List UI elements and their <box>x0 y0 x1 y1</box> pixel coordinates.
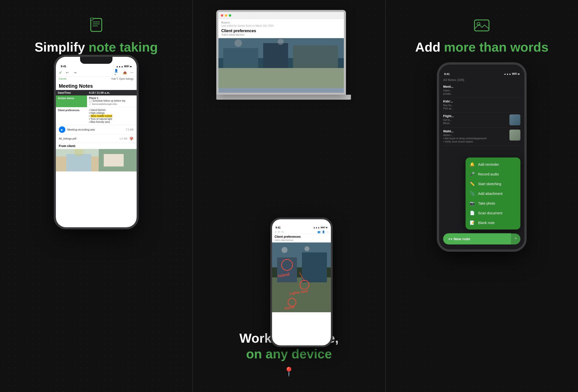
phone-2-wrapper: 9:41 ▲▲▲WiFi■ ✓ ↩ ↪ 👥 👤 ··· <box>270 218 333 347</box>
laptop-kitchen-image <box>218 38 344 88</box>
blank-note-icon: 📝 <box>470 220 475 225</box>
note-item-4: Walkt... detion i...• Ask buyer to bring… <box>443 128 520 146</box>
phone-3-wrapper: 9:41 ▲▲▲WiFi■ All Notes (105) <box>437 62 527 252</box>
laptop-mockup: Buyers Last edited by James Scott on Mar… <box>216 10 346 95</box>
laptop-base <box>216 95 351 100</box>
note-table: Date/Time 4-19 / 11:00 a.m. Action Items… <box>56 90 137 125</box>
laptop-content: Buyers Last edited by James Scott on Mar… <box>218 19 344 93</box>
audio-attachment: ▶ Meeting-recording.wav 7.5 MB <box>56 125 137 134</box>
menu-take-photo[interactable]: 📷 Take photo <box>466 198 520 208</box>
svg-rect-22 <box>277 257 297 282</box>
add-menu: 🔔 Add reminder 🎤 Record audio ✏️ Start s… <box>466 157 520 230</box>
pdf-attachment: All_listings.pdf 1.2 MB ✾ <box>56 134 137 143</box>
action-items-cell: Action Items <box>56 95 87 107</box>
svg-rect-13 <box>218 68 344 88</box>
add-person-icon: 👤+ <box>114 70 120 75</box>
paperclip-icon: 📎 <box>470 191 475 196</box>
menu-start-sketching[interactable]: ✏️ Start sketching <box>466 179 520 189</box>
svg-rect-4 <box>90 18 93 20</box>
svg-rect-7 <box>66 154 91 171</box>
panel-anywhere: Buyers Last edited by James Scott on Mar… <box>192 0 385 392</box>
new-note-bar: + + New note ^ <box>443 233 520 244</box>
svg-point-17 <box>234 39 242 47</box>
svg-rect-23 <box>302 252 327 282</box>
undo-icon: ↩ <box>65 70 70 75</box>
scan-icon: 📄 <box>470 211 475 215</box>
note-thumbnail-3 <box>509 114 520 125</box>
note-item-2: Kids'... Ray ha...Pick up... <box>443 98 520 112</box>
note-icon <box>86 15 106 35</box>
panel-more-than-words: Add more than words 9:41 ▲▲▲WiFi■ <box>385 0 578 392</box>
max-dot <box>229 14 231 17</box>
pref-label-cell: Client preferences <box>56 107 87 125</box>
plus-icon: + <box>448 237 450 241</box>
phone-mockup-3: 9:41 ▲▲▲WiFi■ All Notes (105) <box>437 62 527 252</box>
svg-point-24 <box>282 247 288 253</box>
pref-list: • Island kitchen • High ceilings • Near … <box>87 107 137 125</box>
svg-rect-21 <box>272 277 331 312</box>
svg-rect-16 <box>293 46 338 68</box>
camera-icon: 📷 <box>470 201 475 206</box>
share-icon: 📤 <box>122 70 128 75</box>
status-bar-3: 9:41 ▲▲▲WiFi■ <box>439 65 524 77</box>
svg-rect-0 <box>91 18 102 31</box>
panel-simplify: Simplify note taking 9:41 ▲▲▲ WiFi ■ <box>0 0 192 392</box>
notes-header: All Notes (105) <box>439 77 524 83</box>
pdf-icon: ✾ <box>129 136 134 142</box>
menu-add-attachment[interactable]: 📎 Add attachment <box>466 189 520 198</box>
laptop-container: Buyers Last edited by James Scott on Mar… <box>216 10 351 100</box>
checkbox-checked-icon: ✓ <box>89 103 91 105</box>
panel3-title: Add more than words <box>415 39 548 55</box>
note-table-area: Date/Time 4-19 / 11:00 a.m. Action Items… <box>56 90 137 227</box>
svg-point-25 <box>304 246 309 251</box>
breadcrumb-1: Clients Yuki T. Open listings <box>56 77 137 81</box>
note-thumbnail-4 <box>509 130 520 141</box>
toolbar-1: ✓ ↩ ↪ 👤+ 📤 ··· <box>56 69 137 77</box>
menu-add-reminder[interactable]: 🔔 Add reminder <box>466 159 520 169</box>
panel1-title: Simplify note taking <box>35 39 158 55</box>
from-client-label: From client: <box>56 143 137 149</box>
kitchen-image-annotated: Island Lights here Island <box>272 242 331 312</box>
laptop-titlebar <box>218 12 344 19</box>
task-2: ✓ Send walkthrough info. <box>89 103 135 105</box>
location-icon: 📍 <box>193 367 385 377</box>
phone-mockup-1: 9:41 ▲▲▲ WiFi ■ ✓ ↩ ↪ 👤+ <box>54 55 139 229</box>
more-icon: ··· <box>130 70 133 75</box>
note-item-1: Meeti... Client...private... <box>443 83 520 98</box>
svg-rect-33 <box>475 20 489 31</box>
note-item-3: Flight... Get to...Micat... <box>443 112 520 128</box>
new-note-button[interactable]: + + New note <box>443 233 511 244</box>
redo-icon: ↪ <box>73 70 78 75</box>
close-dot <box>221 14 223 17</box>
bell-icon: 🔔 <box>470 162 475 167</box>
svg-rect-9 <box>104 154 124 166</box>
svg-rect-15 <box>263 43 288 68</box>
menu-blank-note[interactable]: 📝 Blank note <box>466 218 520 228</box>
svg-rect-14 <box>223 48 258 68</box>
mic-icon: 🎤 <box>470 172 475 176</box>
image-icon <box>472 15 492 35</box>
room-image <box>56 149 137 171</box>
check-icon-2: ✓ <box>275 231 277 233</box>
notes-title: All Notes (105) <box>443 78 520 82</box>
check-icon: ✓ <box>59 70 62 75</box>
new-note-chevron[interactable]: ^ <box>511 234 521 244</box>
min-dot <box>225 14 227 17</box>
menu-record-audio[interactable]: 🎤 Record audio <box>466 169 520 179</box>
phone-notch-1 <box>80 57 112 64</box>
phone-mockup-2: 9:41 ▲▲▲WiFi■ ✓ ↩ ↪ 👥 👤 ··· <box>270 218 333 347</box>
play-button[interactable]: ▶ <box>59 126 65 133</box>
note-title-1: Meeting Notes <box>56 81 137 90</box>
chevron-up-icon: ^ <box>515 237 517 241</box>
task-1: Schedule follow up before trip. <box>89 99 135 102</box>
sketch-icon: ✏️ <box>470 181 475 186</box>
checkbox-unchecked <box>89 100 92 102</box>
menu-scan-document[interactable]: 📄 Scan document <box>466 208 520 218</box>
svg-point-18 <box>278 39 284 45</box>
